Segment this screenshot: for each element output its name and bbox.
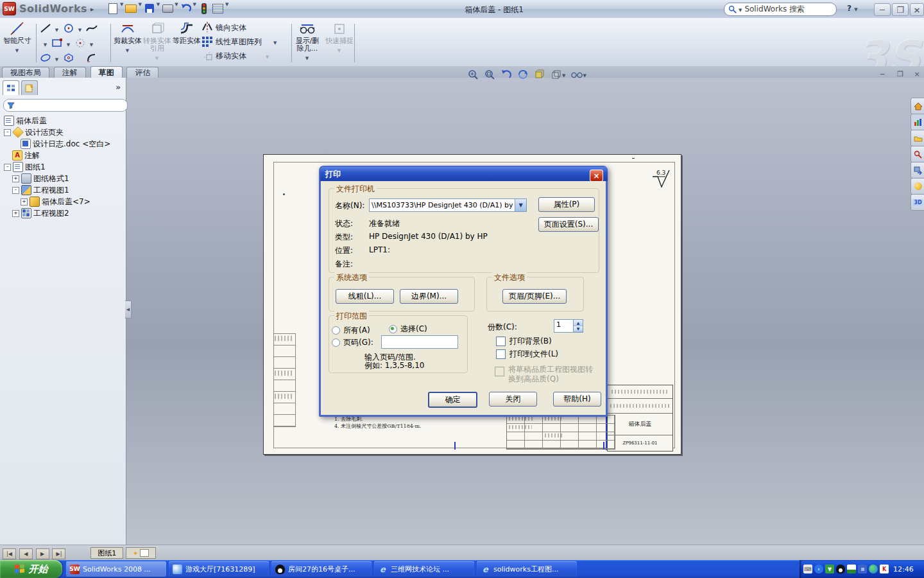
- zoom-to-area-icon[interactable]: [484, 69, 495, 80]
- tab-annotations[interactable]: 注解: [54, 67, 86, 78]
- dropdown-arrow-icon[interactable]: ▼: [193, 2, 196, 15]
- arc-tool-icon[interactable]: [86, 53, 98, 65]
- combo-arrow-icon[interactable]: ▼: [515, 199, 526, 211]
- start-button[interactable]: 开始: [0, 560, 62, 578]
- dropdown-arrow-icon[interactable]: ▼: [225, 2, 228, 15]
- taskbar-item-game-room[interactable]: 房间27的16号桌子...: [271, 561, 372, 577]
- tree-item-design-journal[interactable]: 设计日志.doc <空白>: [1, 138, 123, 150]
- clock[interactable]: 12:46: [893, 565, 914, 574]
- header-footer-button[interactable]: 页眉/页脚(E)...: [502, 289, 567, 304]
- property-manager-tab[interactable]: [21, 80, 38, 95]
- tab-evaluate[interactable]: 评估: [126, 67, 158, 78]
- taskbar-item-game-lobby[interactable]: 游戏大厅[71631289]: [169, 561, 269, 577]
- open-icon[interactable]: [124, 2, 138, 15]
- print-to-file-checkbox[interactable]: 打印到文件(L): [496, 349, 558, 360]
- tray-globe-icon[interactable]: [869, 565, 878, 574]
- point-tool-icon[interactable]: [74, 38, 86, 50]
- dropdown-arrow-icon[interactable]: ▼: [67, 42, 70, 48]
- tree-item-drawing-view2[interactable]: + 工程视图2: [1, 207, 123, 219]
- next-sheet-nav-icon[interactable]: ▶: [36, 548, 49, 559]
- search-pane-icon[interactable]: [911, 146, 924, 162]
- linear-sketch-pattern-button[interactable]: 线性草图阵列 ▼: [201, 35, 277, 49]
- spline-tool-icon[interactable]: [85, 23, 98, 35]
- margins-button[interactable]: 边界(M)...: [400, 289, 458, 304]
- dropdown-arrow-icon[interactable]: ▼: [157, 2, 160, 15]
- help-button[interactable]: ? ▼: [847, 4, 859, 13]
- view-palette-icon[interactable]: [911, 162, 924, 179]
- design-library-icon[interactable]: [911, 114, 924, 130]
- tree-item-part-ref[interactable]: + 箱体后盖<7>: [1, 196, 123, 207]
- tray-green-update-icon[interactable]: ▼: [825, 565, 834, 574]
- options-icon[interactable]: [211, 2, 225, 15]
- rotate-view-icon[interactable]: [517, 69, 529, 80]
- trim-entities-button[interactable]: 剪裁实体▼: [113, 21, 142, 55]
- dropdown-arrow-icon[interactable]: ▼: [138, 2, 141, 15]
- doc-close-button[interactable]: ×: [910, 69, 924, 78]
- restore-button[interactable]: ❐: [892, 3, 909, 16]
- collapse-box-icon[interactable]: -: [12, 187, 19, 194]
- file-explorer-folder-icon[interactable]: [911, 130, 924, 146]
- search-input[interactable]: ▼ SolidWorks 搜索: [724, 3, 837, 16]
- polygon-tool-icon[interactable]: [63, 53, 74, 65]
- expand-box-icon[interactable]: +: [12, 175, 19, 182]
- solidworks-resources-home-icon[interactable]: [911, 98, 924, 114]
- display-style-button[interactable]: ▼: [551, 69, 566, 80]
- tray-network-icon[interactable]: [858, 565, 867, 574]
- taskbar-item-solidworks-drawing-page[interactable]: e solidworks工程图...: [477, 561, 577, 577]
- tree-item-sheet-format1[interactable]: + 图纸格式1: [1, 173, 123, 184]
- undo-icon[interactable]: [179, 2, 193, 15]
- tree-filter-input[interactable]: [3, 99, 128, 112]
- radio-pages[interactable]: 页码(G):: [332, 337, 373, 348]
- copies-spinner[interactable]: 1 ▲▼: [554, 319, 583, 333]
- tree-item-sheet1[interactable]: - 图纸1: [1, 161, 123, 173]
- dropdown-arrow-icon[interactable]: ▼: [90, 42, 93, 48]
- dropdown-arrow-icon[interactable]: ▼: [55, 28, 58, 33]
- spinner-up-icon[interactable]: ▲: [574, 320, 583, 326]
- spinner-down-icon[interactable]: ▼: [574, 326, 583, 333]
- search-scope-arrow-icon[interactable]: ▼: [739, 8, 742, 13]
- dialog-close-icon[interactable]: ×: [590, 170, 603, 182]
- ellipse-tool-icon[interactable]: [39, 53, 52, 65]
- display-delete-relations-button[interactable]: 显示/删除几...▼: [293, 21, 322, 62]
- mirror-entities-button[interactable]: 镜向实体: [201, 21, 277, 35]
- menu-expand-arrow-icon[interactable]: ▶: [90, 7, 94, 12]
- tree-item-annotations[interactable]: A注解: [1, 150, 123, 161]
- expand-box-icon[interactable]: +: [21, 198, 28, 206]
- doc-minimize-button[interactable]: ─: [875, 69, 889, 78]
- close-button[interactable]: ×: [910, 3, 924, 16]
- rebuild-traffic-light-icon[interactable]: [197, 2, 211, 15]
- feature-manager-tab[interactable]: [3, 80, 19, 95]
- print-background-checkbox[interactable]: 打印背景(B): [496, 336, 552, 347]
- dropdown-arrow-icon[interactable]: ▼: [44, 42, 47, 48]
- new-document-icon[interactable]: [106, 2, 120, 15]
- 3d-content-central-icon[interactable]: 3D: [911, 194, 924, 211]
- hide-show-items-button[interactable]: ▼: [571, 69, 586, 80]
- page-setup-button[interactable]: 页面设置(S)...: [538, 217, 599, 232]
- line-weight-button[interactable]: 线粗(L)...: [336, 289, 394, 304]
- previous-view-icon[interactable]: [501, 69, 512, 80]
- properties-button[interactable]: 属性(P): [538, 197, 595, 212]
- tree-item-root[interactable]: 箱体后盖: [1, 115, 123, 127]
- tray-collapse-chevron-icon[interactable]: ‹: [814, 565, 823, 574]
- collapse-box-icon[interactable]: -: [4, 164, 11, 171]
- add-sheet-tab[interactable]: ✦: [126, 547, 156, 559]
- radio-selection[interactable]: 选择(C): [389, 324, 427, 335]
- panel-expand-chevron-icon[interactable]: »: [116, 83, 121, 92]
- circle-tool-icon[interactable]: [63, 23, 74, 35]
- printer-name-combobox[interactable]: \\MS103733\HP DesignJet 430 (D/A1) by HP…: [369, 198, 527, 212]
- tree-item-design-binder[interactable]: - 设计活页夹: [1, 127, 123, 138]
- taskbar-item-forum[interactable]: e 三维网技术论坛 ...: [374, 561, 474, 577]
- last-sheet-nav-icon[interactable]: ▶|: [52, 548, 65, 559]
- keyboard-layout-icon[interactable]: ⌨: [803, 565, 812, 574]
- taskbar-item-solidworks[interactable]: SW SolidWorks 2008 ...: [66, 561, 166, 577]
- pages-input[interactable]: [381, 335, 458, 349]
- minimize-button[interactable]: ─: [874, 3, 891, 16]
- dropdown-arrow-icon[interactable]: ▼: [78, 28, 81, 33]
- radio-all[interactable]: 所有(A): [332, 325, 370, 336]
- custom-properties-ball-icon[interactable]: [911, 178, 924, 195]
- expand-box-icon[interactable]: +: [12, 210, 19, 217]
- tray-mail-icon[interactable]: [847, 565, 856, 574]
- line-tool-icon[interactable]: [40, 23, 51, 35]
- prev-sheet-nav-icon[interactable]: ◀: [19, 548, 33, 559]
- doc-restore-button[interactable]: ❐: [893, 69, 907, 78]
